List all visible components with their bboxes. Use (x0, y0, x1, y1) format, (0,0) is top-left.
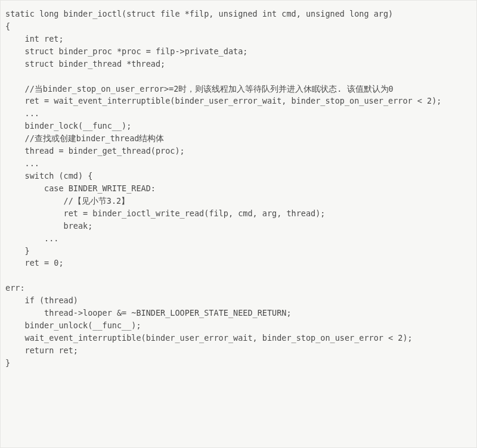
code-block: static long binder_ioctl(struct file *fi… (0, 0, 477, 448)
